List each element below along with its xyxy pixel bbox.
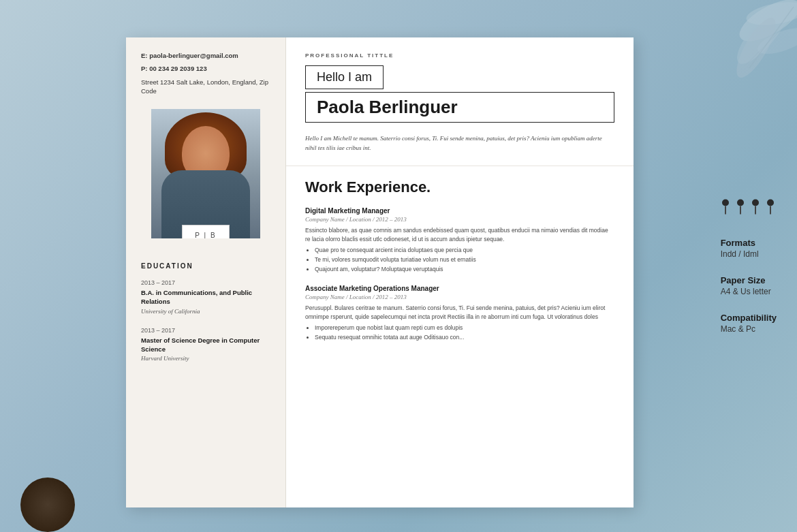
edu-university-1: University of California <box>141 308 270 315</box>
pushpin-1 <box>721 199 730 214</box>
phone-label: P: <box>141 65 148 72</box>
paper-size-label: Paper Size <box>721 275 777 285</box>
job-title-1: Digital Marketing Manager <box>305 207 614 215</box>
bottom-decoration <box>20 478 75 532</box>
job-desc-2: Perusuppl. Bulares ceritrae te manum. Sa… <box>305 304 614 322</box>
pushpin-3 <box>751 199 760 214</box>
phone-value: 00 234 29 2039 123 <box>149 65 207 72</box>
job-entry-2: Associate Marketing Operations Manager C… <box>305 285 614 342</box>
edu-years-1: 2013 – 2017 <box>141 279 270 286</box>
profile-photo: P | B <box>151 109 260 238</box>
name-section: Hello I am Paola Berlinguer <box>305 65 614 123</box>
email-contact: E: paola-berlinguer@gmail.com <box>141 51 270 60</box>
pushpin-2 <box>736 199 745 214</box>
formats-info: Formats Indd / Idml <box>721 237 777 258</box>
bullet-1-1: Quae pro te consequat arcient incia dolu… <box>315 247 614 255</box>
right-info-panel: Formats Indd / Idml Paper Size A4 & Us l… <box>721 199 777 333</box>
job-meta-1: Company Name / Location / 2012 – 2013 <box>305 216 614 223</box>
full-name: Paola Berlinguer <box>305 92 614 123</box>
bullet-2-2: Sequatu resequat omnihic totata aut auge… <box>315 334 614 342</box>
bullet-1-2: Te mi, volores sumquodit volupta turiati… <box>315 256 614 264</box>
paper-size-value: A4 & Us letter <box>721 286 777 296</box>
address-contact: Street 1234 Salt Lake, London, England, … <box>141 78 270 96</box>
leaves-decoration <box>668 0 797 129</box>
resume-header-section: PROFESSIONAL TITTLE Hello I am Paola Ber… <box>286 37 634 166</box>
formats-label: Formats <box>721 237 777 247</box>
work-experience-section: Work Experience. Digital Marketing Manag… <box>286 166 634 365</box>
edu-university-2: Harvard University <box>141 355 270 362</box>
phone-contact: P: 00 234 29 2039 123 <box>141 64 270 73</box>
email-label: E: <box>141 52 148 59</box>
education-entry-1: 2013 – 2017 B.A. in Communications, and … <box>141 279 270 315</box>
job-bullets-1: Quae pro te consequat arcient incia dolu… <box>305 247 614 274</box>
work-experience-title: Work Experience. <box>305 178 614 196</box>
resume-right-column: PROFESSIONAL TITTLE Hello I am Paola Ber… <box>286 37 634 507</box>
job-desc-1: Essincto blabore, as quae comnis am sand… <box>305 226 614 244</box>
edu-degree-1: B.A. in Communications, and Public Relat… <box>141 288 270 307</box>
bullet-1-3: Quajount am, voluptatur? Moluptaque veru… <box>315 266 614 274</box>
bio-text: Hello I am Michell te manum. Saterrio co… <box>305 134 614 153</box>
contact-section: E: paola-berlinguer@gmail.com P: 00 234 … <box>141 51 270 95</box>
education-title: EDUCATION <box>141 262 270 270</box>
resume-left-column: E: paola-berlinguer@gmail.com P: 00 234 … <box>126 37 286 507</box>
formats-value: Indd / Idml <box>721 249 777 258</box>
email-value: paola-berlinguer@gmail.com <box>149 52 238 59</box>
compatibility-value: Mac & Pc <box>721 324 777 333</box>
job-title-2: Associate Marketing Operations Manager <box>305 285 614 292</box>
paper-size-info: Paper Size A4 & Us letter <box>721 275 777 296</box>
professional-title-label: PROFESSIONAL TITTLE <box>305 52 614 59</box>
bullet-2-1: Imporereperum que nobist laut quam repti… <box>315 324 614 332</box>
education-section: EDUCATION 2013 – 2017 B.A. in Communicat… <box>141 262 270 362</box>
compatibility-info: Compatibility Mac & Pc <box>721 312 777 333</box>
job-bullets-2: Imporereperum que nobist laut quam repti… <box>305 324 614 342</box>
initials-box: P | B <box>182 225 230 238</box>
compatibility-label: Compatibility <box>721 312 777 322</box>
job-entry-1: Digital Marketing Manager Company Name /… <box>305 207 614 274</box>
job-meta-2: Company Name / Location / 2012 – 2013 <box>305 294 614 300</box>
resume-document: E: paola-berlinguer@gmail.com P: 00 234 … <box>126 37 634 507</box>
edu-years-2: 2013 – 2017 <box>141 327 270 334</box>
pushpin-4 <box>766 199 775 214</box>
photo-placeholder <box>151 109 260 238</box>
hello-text: Hello I am <box>305 65 384 89</box>
education-entry-2: 2013 – 2017 Master of Science Degree in … <box>141 327 270 362</box>
pushpins-decoration <box>721 199 777 214</box>
edu-degree-2: Master of Science Degree in Computer Sci… <box>141 336 270 354</box>
